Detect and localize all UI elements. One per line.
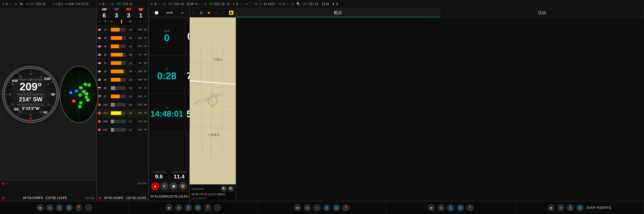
panel6-up-arrow[interactable]: ⬆ bbox=[332, 2, 335, 6]
bottom-pin-1[interactable]: 📍 bbox=[76, 204, 82, 211]
panel6-zoom-in[interactable]: 🔍 bbox=[296, 2, 300, 6]
pause-button[interactable]: ⏸ bbox=[160, 182, 168, 190]
bottom-compass-2[interactable]: ◉ bbox=[166, 204, 172, 211]
bottom-grid-3[interactable]: ⊞ bbox=[304, 204, 311, 211]
stats-filter-icon[interactable]: ⊲ bbox=[181, 11, 184, 15]
map-forward-icon[interactable]: → bbox=[221, 11, 224, 15]
flag-cn: 🇨🇳 bbox=[126, 8, 131, 11]
bottom-compass-1[interactable]: ◉ bbox=[37, 204, 44, 211]
gps-row-32[interactable]: 🇺🇸 32 16 ✓ 140° 32° bbox=[97, 67, 148, 76]
record-button[interactable]: ● bbox=[151, 182, 159, 190]
mapquest-logo: MapQuest bbox=[192, 187, 204, 190]
stats-max-cell: ◎ MAX km/h 11.4 bbox=[169, 170, 189, 181]
panel6-settings[interactable]: ⚙ bbox=[282, 2, 285, 6]
svg-text:N: N bbox=[30, 73, 32, 75]
map-back-icon[interactable]: ← bbox=[192, 11, 195, 15]
bottom-person-3[interactable]: 👤 bbox=[323, 204, 330, 211]
gps-row-26[interactable]: 🇺🇸 26 14 257° 79° bbox=[97, 42, 148, 51]
bottom-dots-1[interactable]: ⋯ bbox=[85, 204, 92, 211]
stats-speed-value: 0 bbox=[164, 33, 170, 43]
bottom-person-1[interactable]: 👤 bbox=[56, 204, 63, 211]
panel5-expand[interactable]: ⛶ bbox=[249, 2, 252, 6]
gps-row-193[interactable]: 🔴 193 19 170° 16° bbox=[97, 101, 148, 109]
bottom-compass-4[interactable]: ◉ bbox=[428, 204, 435, 211]
bottom-grid-4[interactable]: ⊞ bbox=[438, 204, 444, 211]
magnetic-heading-value: 214° SW bbox=[17, 96, 44, 103]
map-zoom-in-btn[interactable]: 🔍 bbox=[221, 186, 227, 192]
panel6-down-arrow[interactable]: ⬇ bbox=[336, 2, 338, 6]
stop-button[interactable]: ⏹ bbox=[170, 182, 178, 190]
bottom-grid-5[interactable]: ⊞ bbox=[557, 204, 564, 211]
gps-row-14[interactable]: 🇺🇸 14 13 135° 58° bbox=[97, 26, 148, 34]
bottom-globe-4[interactable]: 🌐 bbox=[457, 204, 464, 211]
bottom-person-5[interactable]: 👤 bbox=[567, 204, 574, 211]
gps-row-31[interactable]: 🇺🇸 31 12 40° 56° bbox=[97, 59, 148, 67]
panel1-arrows: ↕ bbox=[13, 2, 14, 5]
stats-grid: km/h 0 0° ⏱ 0:28 ⊡ km 75 bbox=[149, 17, 189, 170]
panel2-cross: + bbox=[98, 2, 101, 6]
gps-row-207[interactable]: 🔴 207 11 322° 75° bbox=[97, 126, 148, 134]
map-area[interactable]: 刘楼镇 三春集镇 API Key Re... bbox=[190, 17, 236, 184]
top-bar-panel-6: + ⚙ ✓ ↕ m 🔍 ON 7/11 21 14:46 ⬆ ⬇ bbox=[277, 0, 644, 8]
panel3-lat: 34°54.0109'N bbox=[150, 195, 168, 198]
map-share-icon[interactable]: ↑ bbox=[215, 11, 217, 15]
map-add-icon[interactable]: ⊕ bbox=[200, 10, 203, 15]
bottom-globe-2[interactable]: 🌐 bbox=[195, 204, 201, 211]
gps-row-203[interactable]: 🔴 203 20 ✓ 187° 47° bbox=[97, 109, 148, 117]
bottom-compass-5[interactable]: ◉ bbox=[548, 204, 554, 211]
tab-waypoints[interactable]: 航点 bbox=[236, 8, 440, 17]
true-heading-value: 209° bbox=[17, 81, 44, 92]
bottom-barcode-3[interactable]: ≡ bbox=[314, 204, 320, 211]
panel2-settings[interactable]: ⚙ bbox=[102, 2, 105, 6]
gps-row-86[interactable]: 🇷🇺 86 16 78° 21° bbox=[97, 84, 148, 92]
panel4-arrows: ↕ bbox=[202, 2, 204, 5]
panel1-settings[interactable]: ⚙ bbox=[6, 2, 8, 6]
flag-us: 🇺🇸 bbox=[102, 8, 107, 11]
gps-row-206[interactable]: 🔴 206 11 174° 52° bbox=[97, 117, 148, 126]
panel2-m: m bbox=[112, 2, 114, 5]
bottom-seg-2: ◉ ⊞ 👤 🌐 📍 ⋯ bbox=[129, 201, 258, 214]
panel3-settings[interactable]: ⚙ bbox=[154, 2, 157, 6]
top-bar: + ⚙ ✓ ↕ m ↻ + ON 7/10 14 个人热点: 1个连接, 已用 … bbox=[0, 0, 644, 8]
mute-button[interactable]: 🔇 bbox=[179, 182, 187, 190]
bottom-dots-2[interactable]: ⋯ bbox=[214, 204, 221, 211]
stats-cell-elapsed: ⏱ 0:28 bbox=[149, 55, 185, 94]
panel1-coords: 34°54.0108'N 115°05.1314'E bbox=[23, 196, 67, 200]
panel3-lon: 115°05.1314'E bbox=[168, 195, 188, 198]
panel4-menu[interactable]: ≡ bbox=[227, 2, 229, 6]
bottom-globe-1[interactable]: 🌐 bbox=[66, 204, 72, 211]
panel5-fraction: --/-- bbox=[260, 0, 262, 9]
bottom-person-2[interactable]: 👤 bbox=[185, 204, 192, 211]
panel1-reload[interactable]: ↻ bbox=[20, 2, 23, 6]
stats-max-value: 11.4 bbox=[174, 173, 184, 180]
gps-list-body: 🇺🇸 14 13 135° 58° 🇺🇸 16 14 ✓ 226° bbox=[97, 26, 148, 181]
stats-elapsed-value: 0:28 bbox=[157, 71, 176, 81]
bottom-globe-5[interactable]: 🌐 bbox=[577, 204, 584, 211]
bottom-seg-3: ◉ ⊞ ≡ 👤 🌐 📍 bbox=[258, 201, 386, 214]
map-star-icon[interactable]: ★ bbox=[207, 10, 211, 15]
bottom-person-4[interactable]: 👤 bbox=[447, 204, 454, 211]
zoom-in-icon: 🔍 bbox=[222, 187, 226, 191]
bottom-globe-3[interactable]: 🌐 bbox=[333, 204, 340, 211]
radar-panel: 193 66 16 203 206 32 87 14 26 207 86 29 … bbox=[60, 66, 98, 123]
tab-activities[interactable]: 活动 bbox=[440, 8, 644, 17]
bottom-grid-1[interactable]: ⊞ bbox=[46, 204, 53, 211]
panel-stats: 🕐 km/h ⊲ km/h 0 0° ⏱ 0:28 bbox=[149, 8, 190, 201]
panel5-settings[interactable]: ⚙ bbox=[236, 2, 238, 6]
gps-row-29[interactable]: 🇺🇸 29 18 ✓ 57° 26° bbox=[97, 51, 148, 59]
bottom-pin-3[interactable]: 📍 bbox=[343, 204, 349, 211]
panel2-count: 12 bbox=[129, 2, 132, 6]
gps-row-16[interactable]: 🇺🇸 16 14 ✓ 226° 47° bbox=[97, 34, 148, 42]
bottom-compass-3[interactable]: ◉ bbox=[294, 204, 301, 211]
bottom-pin-4[interactable]: 📍 bbox=[467, 204, 473, 211]
gps-row-87[interactable]: 🇷🇺 87 12 133° 9° bbox=[97, 92, 148, 101]
bottom-pin-2[interactable]: 📍 bbox=[204, 204, 211, 211]
stats-avg-cell: ⊙ AVG km/h 9.6 bbox=[149, 170, 169, 181]
gps-row-66[interactable]: 🇺🇸 66 19 ✓ 196° 42° bbox=[97, 76, 148, 84]
radar-dot-87: 87 bbox=[69, 91, 73, 95]
panel4-settings[interactable]: ⚙ bbox=[195, 2, 198, 6]
map-play-icon[interactable]: ▶ bbox=[229, 10, 234, 15]
bottom-grid-2[interactable]: ⊞ bbox=[175, 204, 182, 211]
map-zoom-out-btn[interactable]: 🔍 bbox=[228, 186, 234, 192]
panel3-count: 13 bbox=[180, 2, 184, 6]
